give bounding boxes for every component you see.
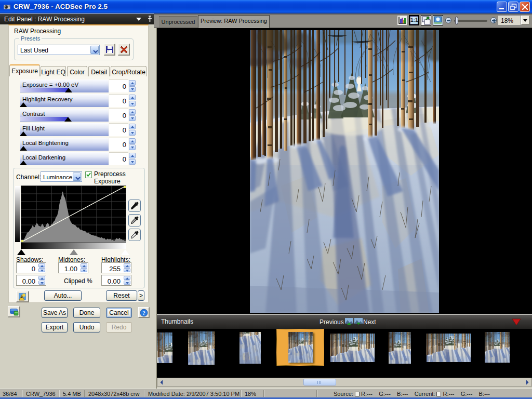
svg-text:?: ? [142, 310, 145, 316]
